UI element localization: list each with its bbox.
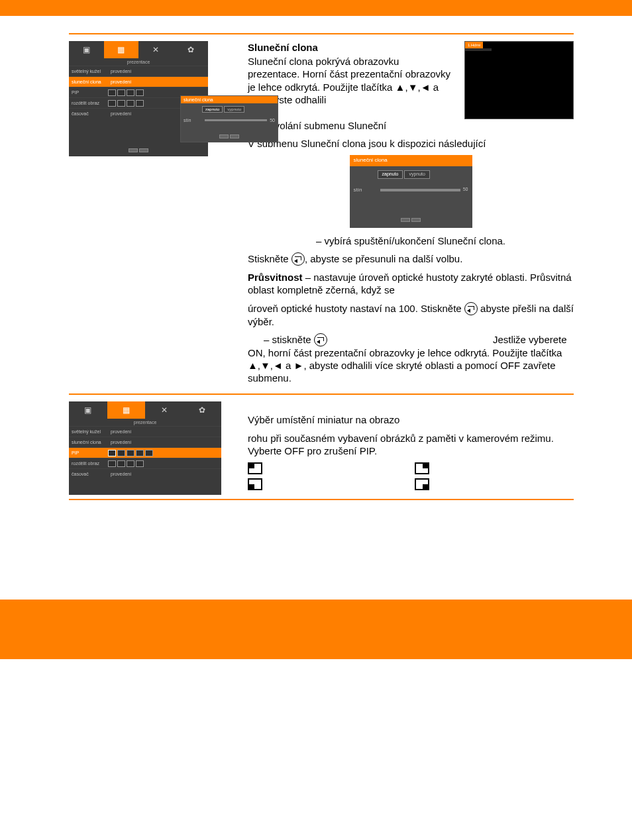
- left-column: ▣ ▦ ✕ ✿ prezentace světelný kuželprovede…: [69, 41, 241, 156]
- center-off-button[interactable]: vypnuto: [404, 170, 430, 179]
- right-column: Sluneční clona Sluneční clona pokrývá ob…: [248, 41, 574, 390]
- divider: [69, 499, 574, 500]
- preview-black-box: 1.Hdmi: [464, 41, 574, 119]
- center-panel-slunecni-clona: sluneční clona zapnuto vypnuto stín 50: [350, 155, 472, 228]
- enter-icon: [464, 302, 478, 315]
- divider: [69, 394, 574, 395]
- tab-settings-icon[interactable]: ✿: [174, 41, 209, 58]
- tab-presentation-icon[interactable]: ▦: [107, 401, 146, 419]
- section-slunecni-clona: ▣ ▦ ✕ ✿ prezentace světelný kuželprovede…: [69, 41, 574, 390]
- prusvitnost-label: Průsvitnost: [248, 272, 303, 283]
- center-stin-value: 50: [463, 187, 468, 193]
- menu-item-selected[interactable]: sluneční clonaprovedení: [69, 76, 208, 87]
- divider: [69, 33, 574, 34]
- press-line-1: Stiskněte , abyste se přesunuli na další…: [248, 252, 574, 266]
- pip-icon-grid: [248, 462, 574, 492]
- submenu-on-button[interactable]: zapnuto: [202, 106, 223, 113]
- submenu-stin-value: 50: [270, 118, 275, 123]
- center-slider[interactable]: [380, 189, 460, 191]
- top-bar: [0, 0, 632, 16]
- menu-item[interactable]: světelný kuželprovedení: [69, 66, 208, 76]
- menu-item[interactable]: světelný kuželprovedení: [69, 426, 221, 437]
- pip-top-right-icon: [415, 462, 429, 474]
- center-stin-row: stín 50: [350, 183, 472, 197]
- paragraph: Sluneční clona pokrývá obrazovku prezent…: [248, 55, 452, 106]
- press-line-2: úroveň optické hustoty nastaví na 100. S…: [248, 302, 574, 328]
- center-on-button[interactable]: zapnuto: [378, 170, 403, 179]
- menu-title: prezentace: [69, 58, 208, 66]
- menu-tabs: ▣ ▦ ✕ ✿: [69, 41, 208, 58]
- prusvitnost-line: Průsvitnost – nastavuje úroveň optické h…: [248, 271, 574, 296]
- submenu-off-button[interactable]: vypnuto: [224, 106, 244, 113]
- enter-icon: [314, 333, 327, 346]
- press-line-3: – stiskněte Jestliže vyberete ON, horní …: [248, 333, 574, 385]
- tab-image-icon[interactable]: ▣: [69, 41, 104, 58]
- submenu-toggle-row: zapnuto vypnuto: [181, 103, 278, 115]
- preview-tab-label: 1.Hdmi: [465, 42, 483, 48]
- menu-title: prezentace: [69, 419, 221, 426]
- pip-top-left-icon: [248, 462, 262, 474]
- submenu-slunecni-clona: sluneční clona zapnuto vypnuto stín 50: [180, 95, 278, 142]
- pip-bottom-right-icon: [415, 478, 429, 490]
- paragraph: V submenu Sluneční clona jsou k dispozic…: [248, 137, 574, 150]
- left-column: ▣ ▦ ✕ ✿ prezentace světelný kuželprovede…: [69, 401, 241, 495]
- tab-tools-icon[interactable]: ✕: [145, 401, 184, 419]
- paragraph: Výběr umístění miniatur na obrazo: [248, 413, 574, 426]
- menu-item[interactable]: sluneční clonaprovedení: [69, 437, 221, 447]
- select-line: – vybírá spuštění/ukončení Sluneční clon…: [248, 235, 574, 247]
- pip-bottom-left-icon: [248, 478, 262, 490]
- center-panel-title: sluneční clona: [350, 155, 472, 166]
- menu-tabs: ▣ ▦ ✕ ✿: [69, 401, 221, 419]
- submenu-stin-label: stín: [184, 118, 202, 123]
- bottom-bar: [0, 600, 632, 659]
- content: ▣ ▦ ✕ ✿ prezentace světelný kuželprovede…: [0, 16, 632, 500]
- center-toggle-row: zapnuto vypnuto: [350, 166, 472, 183]
- tab-tools-icon[interactable]: ✕: [138, 41, 174, 58]
- submenu-slider[interactable]: [205, 119, 267, 121]
- right-column: Výběr umístění miniatur na obrazo rohu p…: [248, 401, 574, 492]
- menu-item[interactable]: rozdělit obraz: [69, 458, 221, 468]
- menu-panel-presentation-2: ▣ ▦ ✕ ✿ prezentace světelný kuželprovede…: [69, 401, 221, 495]
- paragraph: rohu při současném vybavení obrázků z pa…: [248, 432, 574, 457]
- menu-item[interactable]: časovačprovedení: [69, 468, 221, 479]
- paragraph: pro vyvolání submenu Sluneční: [248, 119, 574, 132]
- menu-item-selected[interactable]: PIP: [69, 447, 221, 458]
- section-pip: ▣ ▦ ✕ ✿ prezentace světelný kuželprovede…: [69, 401, 574, 495]
- submenu-stin-row: stín 50: [181, 115, 278, 125]
- tab-presentation-icon[interactable]: ▦: [104, 41, 139, 58]
- menu-panel-presentation: ▣ ▦ ✕ ✿ prezentace světelný kuželprovede…: [69, 41, 208, 156]
- center-stin-label: stín: [354, 187, 378, 193]
- tab-image-icon[interactable]: ▣: [69, 401, 107, 419]
- preview-ribbon: [465, 48, 492, 51]
- heading-slunecni-clona: Sluneční clona: [248, 41, 452, 54]
- submenu-title: sluneční clona: [181, 96, 278, 103]
- tab-settings-icon[interactable]: ✿: [184, 401, 222, 419]
- menu-footer: [69, 145, 208, 156]
- enter-icon: [291, 252, 305, 266]
